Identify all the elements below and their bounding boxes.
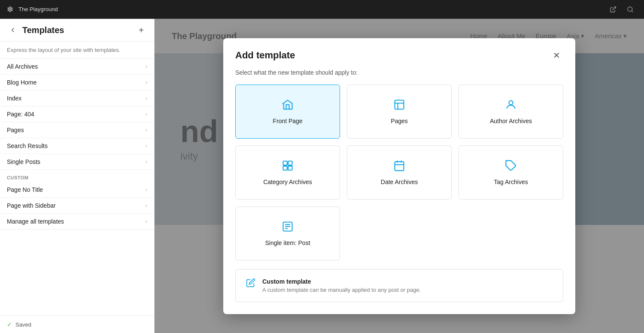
sidebar-items-list: All Archives › Blog Home › Index › Page:… — [0, 59, 154, 315]
sidebar-subtitle: Express the layout of your site with tem… — [0, 42, 154, 59]
topbar: ✽ The Playground — [0, 0, 644, 19]
custom-template-card[interactable]: Custom template A custom template can be… — [235, 269, 563, 302]
chevron-right-icon: › — [146, 111, 147, 117]
custom-template-title: Custom template — [262, 278, 421, 285]
date-archives-card[interactable]: Date Archives — [347, 145, 452, 200]
svg-line-2 — [632, 11, 633, 12]
date-icon — [393, 160, 405, 173]
chevron-right-icon: › — [146, 187, 147, 193]
modal-close-button[interactable]: ✕ — [550, 48, 563, 62]
sidebar-item-all-archives[interactable]: All Archives › — [0, 59, 154, 75]
preview-area: The Playground Home About Me Europe Asia… — [155, 19, 644, 333]
pages-card[interactable]: Pages — [347, 85, 452, 139]
modal-header: Add template ✕ — [223, 38, 575, 69]
pencil-icon — [246, 278, 255, 289]
chevron-right-icon: › — [146, 218, 147, 224]
sidebar-header: Templates — [0, 19, 154, 42]
modal-subtitle: Select what the new template should appl… — [223, 69, 575, 85]
saved-check-icon: ✓ — [7, 321, 12, 328]
external-link-button[interactable] — [606, 3, 620, 16]
sidebar-item-single-posts[interactable]: Single Posts › — [0, 154, 154, 170]
sidebar: Templates Express the layout of your sit… — [0, 19, 155, 333]
chevron-right-icon: › — [146, 203, 147, 209]
category-icon — [282, 160, 294, 173]
author-icon — [505, 99, 517, 112]
category-archives-label: Category Archives — [263, 179, 312, 185]
chevron-right-icon: › — [146, 127, 147, 133]
author-archives-card[interactable]: Author Archives — [459, 85, 563, 139]
sidebar-item-manage-all-templates[interactable]: Manage all templates › — [0, 214, 154, 230]
chevron-right-icon: › — [146, 79, 147, 85]
svg-point-1 — [628, 7, 632, 12]
sidebar-title: Templates — [22, 25, 132, 35]
author-archives-label: Author Archives — [490, 118, 532, 124]
topbar-title: The Playground — [18, 6, 58, 12]
svg-rect-9 — [283, 161, 287, 165]
chevron-right-icon: › — [146, 159, 147, 165]
chevron-right-icon: › — [146, 64, 147, 70]
svg-rect-10 — [288, 161, 292, 165]
tag-archives-card[interactable]: Tag Archives — [459, 145, 563, 200]
tag-icon — [505, 160, 517, 173]
tag-archives-label: Tag Archives — [494, 179, 528, 185]
custom-section-label: CUSTOM — [0, 170, 154, 182]
custom-template-description: A custom template can be manually applie… — [262, 287, 421, 293]
front-page-card[interactable]: Front Page — [235, 85, 340, 139]
sidebar-item-page-no-title[interactable]: Page No Title › — [0, 182, 154, 198]
modal-title: Add template — [235, 50, 295, 61]
svg-rect-11 — [283, 166, 287, 170]
sidebar-item-index[interactable]: Index › — [0, 91, 154, 106]
saved-status: Saved — [15, 321, 31, 328]
sidebar-footer: ✓ Saved — [0, 315, 154, 333]
svg-rect-12 — [288, 166, 292, 170]
add-template-modal: Add template ✕ Select what the new templ… — [223, 38, 575, 314]
svg-line-0 — [613, 7, 616, 10]
sidebar-item-pages[interactable]: Pages › — [0, 122, 154, 138]
single-item-post-label: Single item: Post — [265, 239, 310, 246]
home-icon — [282, 99, 294, 112]
sidebar-back-button[interactable] — [7, 24, 19, 36]
date-archives-label: Date Archives — [381, 179, 418, 185]
modal-overlay[interactable]: Add template ✕ Select what the new templ… — [155, 19, 644, 333]
category-archives-card[interactable]: Category Archives — [235, 145, 340, 200]
wp-logo-icon: ✽ — [7, 5, 13, 14]
svg-point-8 — [509, 100, 513, 104]
single-item-post-card[interactable]: Single item: Post — [235, 206, 340, 260]
chevron-right-icon: › — [146, 143, 147, 149]
sidebar-add-template-button[interactable] — [135, 24, 147, 36]
template-options-grid: Front Page Pages Author Arch — [223, 85, 575, 269]
sidebar-item-search-results[interactable]: Search Results › — [0, 138, 154, 154]
svg-rect-13 — [395, 161, 404, 170]
sidebar-item-page-404[interactable]: Page: 404 › — [0, 106, 154, 122]
single-post-icon — [282, 221, 294, 234]
svg-rect-5 — [395, 100, 404, 109]
topbar-actions — [606, 3, 637, 16]
sidebar-item-page-with-sidebar[interactable]: Page with Sidebar › — [0, 198, 154, 214]
pages-label: Pages — [391, 118, 408, 124]
search-button[interactable] — [623, 3, 637, 16]
custom-template-info: Custom template A custom template can be… — [262, 278, 421, 293]
chevron-right-icon: › — [146, 95, 147, 101]
modal-bottom: Custom template A custom template can be… — [223, 269, 575, 314]
pages-icon — [393, 99, 405, 112]
main-layout: Templates Express the layout of your sit… — [0, 19, 644, 333]
front-page-label: Front Page — [273, 118, 302, 124]
sidebar-item-blog-home[interactable]: Blog Home › — [0, 75, 154, 91]
